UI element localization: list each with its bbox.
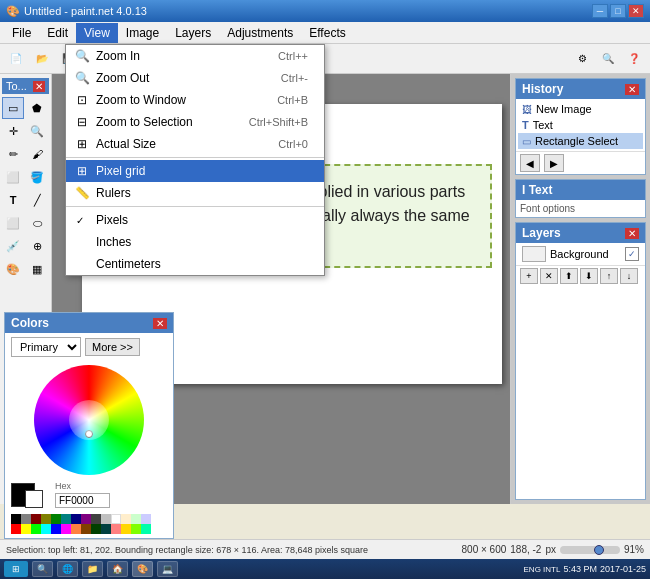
palette-color[interactable] — [101, 524, 111, 534]
close-button[interactable]: ✕ — [628, 4, 644, 18]
menu-view[interactable]: View — [76, 23, 118, 43]
taskbar-code[interactable]: 💻 — [157, 561, 178, 577]
tool-fill[interactable]: 🪣 — [26, 166, 48, 188]
menu-item-centimeters[interactable]: Centimeters — [66, 253, 324, 275]
palette-color[interactable] — [131, 514, 141, 524]
palette-color[interactable] — [121, 524, 131, 534]
menu-item-actual-size[interactable]: ⊞ Actual Size Ctrl+0 — [66, 133, 324, 155]
layer-item[interactable]: Background ✓ — [516, 243, 645, 265]
hex-input[interactable]: FF0000 — [55, 493, 110, 508]
zoom-slider-thumb[interactable] — [594, 545, 604, 555]
palette-color[interactable] — [21, 514, 31, 524]
palette-color[interactable] — [31, 514, 41, 524]
menu-image[interactable]: Image — [118, 23, 167, 43]
palette-color[interactable] — [51, 514, 61, 524]
taskbar-search[interactable]: 🔍 — [32, 561, 53, 577]
tool-recolor[interactable]: 🎨 — [2, 258, 24, 280]
tool-pencil[interactable]: ✏ — [2, 143, 24, 165]
layers-duplicate-button[interactable]: ⬆ — [560, 268, 578, 284]
tool-ellipse[interactable]: ⬭ — [26, 212, 48, 234]
history-forward-button[interactable]: ▶ — [544, 154, 564, 172]
color-wheel-selector[interactable] — [85, 430, 93, 438]
tool-text[interactable]: T — [2, 189, 24, 211]
palette-color[interactable] — [141, 514, 151, 524]
colors-more-button[interactable]: More >> — [85, 338, 140, 356]
history-item[interactable]: ▭ Rectangle Select — [518, 133, 643, 149]
tool-rectangle-select[interactable]: ▭ — [2, 97, 24, 119]
tool-lasso-select[interactable]: ⬟ — [26, 97, 48, 119]
taskbar-home[interactable]: 🏠 — [107, 561, 128, 577]
primary-secondary-select[interactable]: Primary Secondary — [11, 337, 81, 357]
palette-color[interactable] — [61, 524, 71, 534]
menu-item-zoom-selection[interactable]: ⊟ Zoom to Selection Ctrl+Shift+B — [66, 111, 324, 133]
palette-color[interactable] — [51, 524, 61, 534]
layer-visibility-check[interactable]: ✓ — [625, 247, 639, 261]
history-item[interactable]: 🖼 New Image — [518, 101, 643, 117]
taskbar-browser[interactable]: 🌐 — [57, 561, 78, 577]
palette-color[interactable] — [81, 514, 91, 524]
palette-color[interactable] — [121, 514, 131, 524]
layers-merge-button[interactable]: ⬇ — [580, 268, 598, 284]
palette-color[interactable] — [61, 514, 71, 524]
toolbar-new[interactable]: 📄 — [4, 47, 28, 71]
menu-edit[interactable]: Edit — [39, 23, 76, 43]
toolbar-open[interactable]: 📂 — [30, 47, 54, 71]
tool-move[interactable]: ✛ — [2, 120, 24, 142]
tool-gradient[interactable]: ▦ — [26, 258, 48, 280]
tool-brush[interactable]: 🖌 — [26, 143, 48, 165]
palette-color[interactable] — [11, 514, 21, 524]
taskbar-paintnet[interactable]: 🎨 — [132, 561, 153, 577]
palette-color[interactable] — [31, 524, 41, 534]
colors-panel-close[interactable]: ✕ — [153, 318, 167, 329]
palette-color[interactable] — [81, 524, 91, 534]
palette-color[interactable] — [21, 524, 31, 534]
palette-color[interactable] — [41, 524, 51, 534]
toolbar-settings[interactable]: ⚙ — [570, 47, 594, 71]
layers-delete-button[interactable]: ✕ — [540, 268, 558, 284]
menu-effects[interactable]: Effects — [301, 23, 353, 43]
menu-item-pixels[interactable]: ✓ Pixels — [66, 209, 324, 231]
tool-eraser[interactable]: ⬜ — [2, 166, 24, 188]
palette-color[interactable] — [131, 524, 141, 534]
palette-color[interactable] — [11, 524, 21, 534]
menu-file[interactable]: File — [4, 23, 39, 43]
menu-item-zoom-out[interactable]: 🔍 Zoom Out Ctrl+- — [66, 67, 324, 89]
palette-color[interactable] — [111, 524, 121, 534]
history-back-button[interactable]: ◀ — [520, 154, 540, 172]
palette-color[interactable] — [41, 514, 51, 524]
toolbar-help[interactable]: ❓ — [622, 47, 646, 71]
history-panel-close[interactable]: ✕ — [625, 84, 639, 95]
layers-add-button[interactable]: + — [520, 268, 538, 284]
minimize-button[interactable]: ─ — [592, 4, 608, 18]
palette-color[interactable] — [141, 524, 151, 534]
palette-color[interactable] — [111, 514, 121, 524]
tools-panel-close[interactable]: ✕ — [33, 81, 45, 92]
palette-color[interactable] — [71, 514, 81, 524]
menu-item-rulers[interactable]: 📏 Rulers — [66, 182, 324, 204]
start-button[interactable]: ⊞ — [4, 561, 28, 577]
palette-color[interactable] — [91, 514, 101, 524]
color-wheel[interactable] — [34, 365, 144, 475]
zoom-slider[interactable] — [560, 546, 620, 554]
history-item[interactable]: T Text — [518, 117, 643, 133]
layers-down-button[interactable]: ↓ — [620, 268, 638, 284]
palette-color[interactable] — [91, 524, 101, 534]
palette-color[interactable] — [71, 524, 81, 534]
tool-shape[interactable]: ⬜ — [2, 212, 24, 234]
toolbar-search[interactable]: 🔍 — [596, 47, 620, 71]
tool-zoom[interactable]: 🔍 — [26, 120, 48, 142]
menu-item-zoom-window[interactable]: ⊡ Zoom to Window Ctrl+B — [66, 89, 324, 111]
menu-item-zoom-in[interactable]: 🔍 Zoom In Ctrl++ — [66, 45, 324, 67]
menu-item-pixel-grid[interactable]: ⊞ Pixel grid — [66, 160, 324, 182]
tool-line[interactable]: ╱ — [26, 189, 48, 211]
layers-panel-close[interactable]: ✕ — [625, 228, 639, 239]
maximize-button[interactable]: □ — [610, 4, 626, 18]
layers-up-button[interactable]: ↑ — [600, 268, 618, 284]
menu-adjustments[interactable]: Adjustments — [219, 23, 301, 43]
taskbar-files[interactable]: 📁 — [82, 561, 103, 577]
palette-color[interactable] — [101, 514, 111, 524]
secondary-color-swatch[interactable] — [25, 490, 43, 508]
menu-layers[interactable]: Layers — [167, 23, 219, 43]
menu-item-inches[interactable]: Inches — [66, 231, 324, 253]
tool-clone[interactable]: ⊕ — [26, 235, 48, 257]
